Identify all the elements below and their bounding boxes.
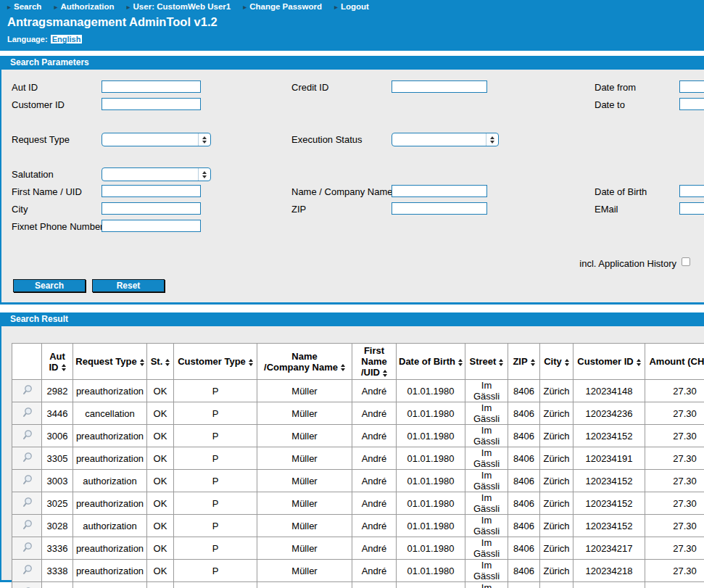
nav-item[interactable]: ▸ Authorization xyxy=(54,2,114,12)
column-header[interactable]: Aut ID xyxy=(42,344,73,380)
city-label: City xyxy=(12,204,28,215)
salutation-select[interactable] xyxy=(102,167,211,181)
column-header[interactable]: Street xyxy=(465,344,508,380)
nav-item[interactable]: ▸ Search xyxy=(7,2,41,12)
result-table: Aut ID Request Type St. Customer Type xyxy=(12,343,704,588)
nav-item[interactable]: ▸ Change Password xyxy=(243,2,322,12)
column-header-label: Amount (CHF) xyxy=(649,356,704,367)
first-name-uid-input[interactable] xyxy=(102,185,201,197)
row-detail-button[interactable] xyxy=(12,402,42,425)
column-header[interactable]: Request Type xyxy=(73,344,147,380)
table-row: 2982 preauthorization OK P Müller André … xyxy=(12,380,704,402)
column-header[interactable]: St. xyxy=(147,344,174,380)
cell-customer-id: 120234220 xyxy=(573,582,645,588)
name-company-name-input[interactable] xyxy=(392,185,487,197)
cell-date-of-birth: 01.01.1980 xyxy=(397,470,465,492)
city-input[interactable] xyxy=(102,202,201,215)
row-detail-button[interactable] xyxy=(12,492,42,515)
column-header[interactable]: First Name /UID xyxy=(352,344,397,380)
aut-id-input[interactable] xyxy=(102,80,201,93)
column-header[interactable]: Amount (CHF) xyxy=(645,344,704,380)
row-detail-button[interactable] xyxy=(12,425,42,447)
date-of-birth-label: Date of Birth xyxy=(595,186,647,197)
cell-city: Zürich xyxy=(540,560,573,582)
cell-first-name: André xyxy=(352,402,397,425)
search-parameters-panel: Aut ID Credit ID Date from Customer ID D… xyxy=(0,70,704,305)
nav-item[interactable]: ▸ User: CustomWeb User1 xyxy=(127,2,231,12)
date-to-input[interactable] xyxy=(679,98,704,110)
row-detail-button[interactable] xyxy=(12,380,42,402)
cell-customer-id: 120234152 xyxy=(573,515,645,537)
top-nav: ▸ Search ▸ Authorization ▸ User: CustomW… xyxy=(7,2,369,12)
column-header-label: Street xyxy=(470,356,497,367)
cell-aut-id: 3338 xyxy=(42,560,73,582)
row-detail-button[interactable] xyxy=(12,447,42,470)
column-header-label: Name /Company Name xyxy=(264,351,338,373)
execution-status-label: Execution Status xyxy=(291,134,363,145)
column-header[interactable]: Customer Type xyxy=(174,344,257,380)
cell-amount: 27.30 xyxy=(645,402,704,425)
search-button[interactable]: Search xyxy=(13,279,86,292)
fixnet-phone-number-input[interactable] xyxy=(102,220,201,232)
cell-customer-id: 120234236 xyxy=(573,402,645,425)
cell-status: OK xyxy=(147,560,174,582)
sort-icon xyxy=(383,370,387,377)
table-row: 3338 preauthorization OK P Müller André … xyxy=(12,560,704,582)
cell-city: Zürich xyxy=(540,425,573,447)
language-selected-value[interactable]: English xyxy=(51,35,83,44)
cell-status: OK xyxy=(147,402,174,425)
column-header[interactable]: Customer ID xyxy=(573,344,645,380)
cell-customer-id: 120234152 xyxy=(573,492,645,515)
table-row: 3305 preauthorization OK P Müller André … xyxy=(12,447,704,470)
customer-id-input[interactable] xyxy=(102,98,201,110)
cell-status: OK xyxy=(147,470,174,492)
column-header[interactable]: ZIP xyxy=(508,344,540,380)
search-parameters-header: Search Parameters xyxy=(0,56,704,70)
cell-city: Zürich xyxy=(540,582,573,588)
nav-item-label: Search xyxy=(14,2,41,12)
cell-street: Im Gässli xyxy=(465,492,508,515)
row-detail-button[interactable] xyxy=(12,537,42,560)
nav-item-label: Change Password xyxy=(249,2,322,12)
cell-status: OK xyxy=(147,492,174,515)
reset-button[interactable]: Reset xyxy=(92,279,165,292)
cell-date-of-birth: 01.01.1980 xyxy=(397,380,465,402)
column-header[interactable]: Date of Birth xyxy=(397,344,465,380)
zip-input[interactable] xyxy=(392,202,487,215)
cell-name: Müller xyxy=(257,515,352,537)
cell-first-name: André xyxy=(352,537,397,560)
sort-icon xyxy=(140,359,144,366)
sort-icon xyxy=(62,364,66,371)
spacer xyxy=(0,51,704,56)
cell-first-name: André xyxy=(352,425,397,447)
magnifier-icon xyxy=(22,429,33,441)
column-header[interactable]: Name /Company Name xyxy=(257,344,352,380)
execution-status-select[interactable] xyxy=(392,133,499,146)
cell-request-type: preauthorization xyxy=(73,425,147,447)
cell-date-of-birth: 01.01.1980 xyxy=(397,425,465,447)
fixnet-phone-number-label: Fixnet Phone Number xyxy=(12,221,103,232)
row-detail-button[interactable] xyxy=(12,582,42,588)
cell-request-type: preauthorization xyxy=(73,380,147,402)
row-detail-button[interactable] xyxy=(12,560,42,582)
date-of-birth-input[interactable] xyxy=(679,185,704,197)
nav-item-label: User: CustomWeb User1 xyxy=(133,2,231,12)
nav-arrow-icon: ▸ xyxy=(54,3,57,11)
date-from-input[interactable] xyxy=(679,80,704,93)
cell-aut-id: 3025 xyxy=(42,492,73,515)
nav-item[interactable]: ▸ Logout xyxy=(334,2,369,12)
incl-application-history-checkbox[interactable] xyxy=(682,257,690,266)
column-header[interactable]: City xyxy=(540,344,573,380)
sort-icon xyxy=(341,364,345,371)
request-type-select[interactable] xyxy=(102,133,211,146)
credit-id-input[interactable] xyxy=(392,80,487,93)
cell-amount: 27.30 xyxy=(645,515,704,537)
nav-arrow-icon: ▸ xyxy=(243,3,247,11)
email-input[interactable] xyxy=(679,202,704,215)
cell-city: Zürich xyxy=(540,492,573,515)
row-detail-button[interactable] xyxy=(12,515,42,537)
cell-amount: 27.30 xyxy=(645,447,704,470)
row-detail-button[interactable] xyxy=(12,470,42,492)
column-header[interactable] xyxy=(12,344,42,380)
cell-aut-id: 3446 xyxy=(42,402,73,425)
